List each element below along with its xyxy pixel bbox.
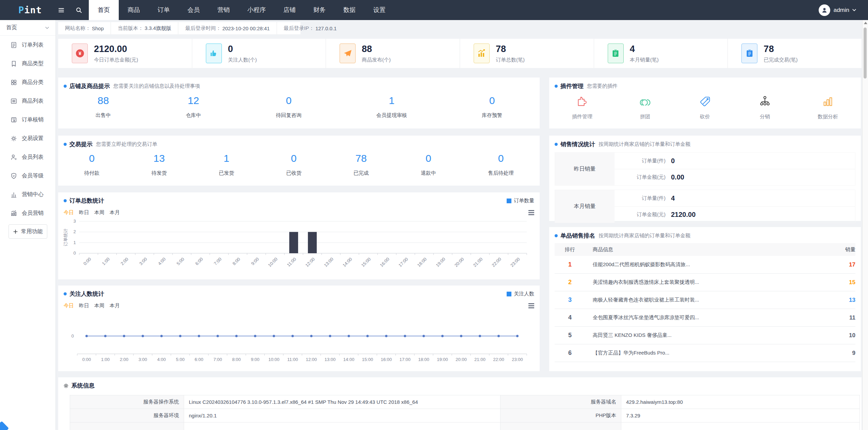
svg-text:1:00: 1:00: [101, 357, 110, 362]
nav-tab-miniprogram[interactable]: 小程序: [239, 0, 275, 20]
tip-on-sale[interactable]: 88出售中: [96, 95, 111, 119]
page-scrollbar[interactable]: [862, 20, 868, 430]
member-list-icon: [10, 154, 17, 161]
tip-withdraw-review[interactable]: 1会员提现审核: [376, 95, 407, 119]
sidebar-item-member-marketing[interactable]: 会员营销: [0, 204, 55, 223]
tip-pending-payment[interactable]: 0待付款: [84, 153, 99, 176]
nav-tab-finance[interactable]: 财务: [305, 0, 334, 20]
search-icon[interactable]: [75, 6, 83, 14]
ranking-row-2: 2 美涩情趣内衣制服诱惑激情床上套装聚拢透明... 15: [555, 274, 855, 291]
tab-this-month[interactable]: 本月: [110, 303, 120, 309]
sidebar-item-goods-list[interactable]: 商品列表: [0, 92, 55, 110]
trade-tips-panel: 交易提示 您需要立即处理的交易订单 0待付款 13待发货 1已发货 0已收货 7…: [58, 136, 540, 186]
period-label: 本月销量: [555, 190, 615, 223]
plugin-manager[interactable]: 插件管理: [572, 94, 592, 120]
product-name[interactable]: 高田贤三 KENZO KIDS 奢侈品童...: [585, 332, 832, 339]
sales-stats-panel: 销售情况统计 按周期统计商家店铺的订单量和订单金额 昨日销量 订单量(件)0 订…: [549, 136, 861, 221]
chart-toolbox-icon[interactable]: [528, 303, 534, 308]
svg-text:4:00: 4:00: [157, 257, 167, 266]
bullet-dot: [64, 292, 67, 295]
panel-title: 插件管理: [560, 82, 584, 90]
tab-today[interactable]: 今日: [64, 303, 74, 309]
sidebar-item-order-verify[interactable]: 订单核销: [0, 110, 55, 129]
scroll-up-arrow-icon[interactable]: [864, 22, 867, 24]
stat-card-total-orders: 78订单总数(笔): [460, 39, 594, 68]
tab-this-week[interactable]: 本周: [94, 303, 104, 309]
sidebar-section-select[interactable]: 首页: [0, 20, 55, 36]
svg-text:0: 0: [71, 333, 74, 339]
sidebar-item-member-level[interactable]: 会员等级: [0, 167, 55, 185]
bullet-dot: [555, 143, 558, 146]
plugin-bargain[interactable]: 砍价: [698, 94, 712, 120]
sidebar-item-goods-type[interactable]: 商品类型: [0, 54, 55, 73]
nav-tab-settings[interactable]: 设置: [364, 0, 394, 20]
product-name[interactable]: 佳能200d二代照相机蚂蚁摄影数码高清旅...: [585, 261, 832, 268]
order-list-icon: [10, 41, 17, 49]
tip-stock-warning[interactable]: 0库存预警: [482, 95, 502, 119]
tab-today[interactable]: 今日: [64, 209, 74, 216]
tip-in-warehouse[interactable]: 12仓库中: [186, 95, 201, 119]
follower-chart-panel: 关注人数统计 关注人数 今日 昨日 本周 本月 00:001:002:003:0…: [58, 286, 540, 371]
stat-value: 88: [362, 44, 391, 54]
tip-completed[interactable]: 78已完成: [354, 153, 369, 176]
sales-count: 11: [832, 314, 855, 321]
chevron-down-icon: [45, 25, 49, 30]
svg-text:17:00: 17:00: [397, 257, 409, 268]
tip-pending-replies[interactable]: 0待回复咨询: [276, 95, 301, 119]
product-name[interactable]: 【官方正品】华为FreeBuds Pro...: [585, 350, 832, 356]
sidebar-item-trade-settings[interactable]: 交易设置: [0, 129, 55, 148]
nav-tab-members[interactable]: 会员: [179, 0, 209, 20]
rank-number: 5: [555, 332, 585, 339]
legend-order-count: 订单数量: [507, 197, 534, 204]
tab-this-month[interactable]: 本月: [110, 209, 120, 216]
nav-tab-goods[interactable]: 商品: [119, 0, 149, 20]
user-menu[interactable]: admin: [819, 4, 856, 16]
chart-toolbox-icon[interactable]: [528, 210, 534, 215]
sidebar-item-label: 交易设置: [22, 135, 44, 142]
sidebar-item-marketing-center[interactable]: 营销中心: [0, 185, 55, 204]
nav-tab-marketing[interactable]: 营销: [209, 0, 239, 20]
panel-title: 交易提示: [69, 140, 93, 148]
quick-functions-button[interactable]: 常用功能: [9, 224, 47, 239]
sales-count: 17: [832, 261, 855, 268]
tip-shipped[interactable]: 1已发货: [219, 153, 234, 176]
sidebar-item-goods-category[interactable]: 商品分类: [0, 73, 55, 92]
plugins-panel: 插件管理 您需要的插件 插件管理 拼团 砍价 分销 数据分析: [549, 78, 861, 128]
stat-label: 商品发布(个): [362, 57, 391, 63]
ranking-row-4: 4 全包围夏季冰丝汽车坐垫透气凉席凉垫可爱四... 11: [555, 309, 855, 327]
svg-text:14:00: 14:00: [343, 357, 355, 362]
nav-tab-shop[interactable]: 店铺: [275, 0, 305, 20]
scrollbar-thumb[interactable]: [864, 28, 867, 79]
nav-tab-orders[interactable]: 订单: [149, 0, 179, 20]
tab-yesterday[interactable]: 昨日: [79, 209, 89, 216]
nav-tab-home[interactable]: 首页: [89, 0, 119, 20]
svg-text:10:00: 10:00: [268, 357, 280, 362]
nav-tab-data[interactable]: 数据: [334, 0, 364, 20]
tip-pending-shipment[interactable]: 13待发货: [151, 153, 167, 176]
plugin-group-buy[interactable]: 拼团: [638, 94, 652, 120]
stat-label: 订单总数(笔): [496, 57, 525, 63]
sidebar-item-order-list[interactable]: 订单列表: [0, 36, 55, 54]
tip-aftersale-pending[interactable]: 0售后待处理: [488, 153, 513, 176]
product-name[interactable]: 美涩情趣内衣制服诱惑激情床上套装聚拢透明...: [585, 279, 832, 286]
product-name[interactable]: 南极人轻奢藏青色连衣裙职业裙上班工装时装...: [585, 297, 832, 303]
stat-label: 本月销量(笔): [630, 57, 659, 63]
menu-collapse-icon[interactable]: [58, 6, 65, 14]
tip-received[interactable]: 0已收货: [286, 153, 301, 176]
panel-title: 单品销售排名: [560, 232, 595, 240]
plugin-data-analysis[interactable]: 数据分析: [818, 94, 838, 120]
sidebar-item-member-list[interactable]: 会员列表: [0, 148, 55, 167]
svg-text:13:00: 13:00: [325, 357, 336, 362]
plugin-distribution[interactable]: 分销: [758, 94, 772, 120]
product-name[interactable]: 全包围夏季冰丝汽车坐垫透气凉席凉垫可爱四...: [585, 314, 832, 321]
tab-yesterday[interactable]: 昨日: [79, 303, 89, 309]
svg-text:16:00: 16:00: [381, 357, 392, 362]
sidebar-item-label: 商品类型: [22, 60, 44, 67]
svg-text:12:00: 12:00: [306, 357, 317, 362]
svg-text:6:00: 6:00: [195, 357, 203, 362]
table-row: [70, 423, 859, 430]
svg-text:15:00: 15:00: [362, 357, 373, 362]
tip-refunding[interactable]: 0退款中: [421, 153, 436, 176]
tab-this-week[interactable]: 本周: [94, 209, 104, 216]
svg-text:9:00: 9:00: [251, 357, 259, 362]
